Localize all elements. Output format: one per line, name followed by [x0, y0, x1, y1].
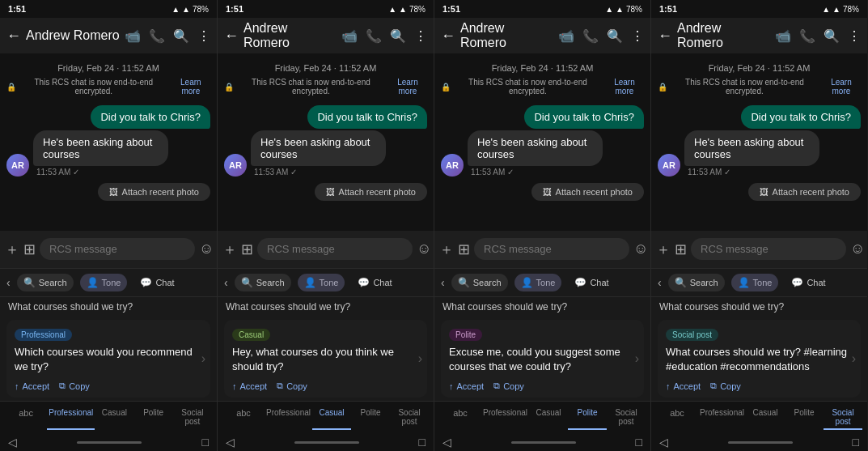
search-icon[interactable]: 🔍	[173, 28, 189, 44]
attach-photo-button[interactable]: 🖼 Attach recent photo	[98, 183, 210, 201]
video-call-icon[interactable]: 📹	[341, 28, 358, 44]
bottom-tab-professional[interactable]: Professional	[265, 406, 312, 430]
more-options-icon[interactable]: ⋮	[197, 28, 210, 44]
ai-back-button[interactable]: ‹	[658, 276, 662, 289]
copy-button[interactable]: ⧉ Copy	[493, 381, 524, 391]
home-indicator[interactable]	[294, 441, 359, 444]
search-icon[interactable]: 🔍	[824, 28, 840, 44]
add-icon[interactable]: ＋	[222, 240, 237, 259]
back-button[interactable]: ←	[658, 28, 672, 45]
accept-button[interactable]: ↑ Accept	[449, 381, 484, 391]
ai-back-button[interactable]: ‹	[224, 276, 228, 289]
ai-chat-tab[interactable]: 💬 Chat	[133, 274, 180, 291]
ai-back-button[interactable]: ‹	[441, 276, 445, 289]
accept-button[interactable]: ↑ Accept	[232, 381, 267, 391]
back-button[interactable]: ←	[224, 28, 239, 45]
nav-back-icon[interactable]: ◁	[659, 436, 668, 449]
nav-back-icon[interactable]: ◁	[226, 436, 235, 449]
search-icon[interactable]: 🔍	[390, 28, 406, 44]
attach-photo-button[interactable]: 🖼 Attach recent photo	[531, 183, 644, 201]
ai-search-tab[interactable]: 🔍 Search	[451, 274, 508, 291]
nav-back-icon[interactable]: ◁	[442, 436, 451, 449]
bottom-tab-abc[interactable]: abc	[5, 406, 47, 430]
back-button[interactable]: ←	[6, 28, 21, 45]
more-options-icon[interactable]: ⋮	[631, 28, 644, 44]
more-options-icon[interactable]: ⋮	[848, 28, 861, 44]
emoji-icon[interactable]: ☺	[850, 240, 865, 257]
back-button[interactable]: ←	[441, 28, 455, 45]
camera-icon[interactable]: ⊞	[675, 240, 687, 258]
bottom-tab-abc[interactable]: abc	[222, 406, 265, 430]
bottom-tab-abc[interactable]: abc	[656, 406, 698, 430]
learn-more-link[interactable]: Learn more	[822, 78, 861, 96]
copy-button[interactable]: ⧉ Copy	[710, 381, 741, 391]
emoji-icon[interactable]: ☺	[199, 240, 214, 257]
bottom-tab-polite[interactable]: Polite	[351, 406, 390, 430]
bottom-tab-polite[interactable]: Polite	[785, 406, 824, 430]
nav-back-icon[interactable]: ◁	[8, 436, 17, 449]
phone-call-icon[interactable]: 📞	[799, 28, 815, 44]
video-call-icon[interactable]: 📹	[125, 28, 141, 44]
message-input[interactable]	[40, 238, 195, 260]
emoji-icon[interactable]: ☺	[633, 240, 648, 257]
home-indicator[interactable]	[728, 441, 793, 444]
search-icon[interactable]: 🔍	[607, 28, 623, 44]
bottom-tab-casual[interactable]: Casual	[312, 406, 351, 430]
camera-icon[interactable]: ⊞	[23, 240, 36, 258]
bottom-tab-abc[interactable]: abc	[439, 406, 481, 430]
bottom-tab-social-post[interactable]: Social post	[824, 406, 862, 430]
ai-tone-tab[interactable]: 👤 Tone	[731, 274, 779, 291]
accept-button[interactable]: ↑ Accept	[15, 381, 49, 391]
phone-call-icon[interactable]: 📞	[149, 28, 165, 44]
bottom-tab-casual[interactable]: Casual	[746, 406, 785, 430]
ai-search-tab[interactable]: 🔍 Search	[235, 274, 291, 291]
camera-icon[interactable]: ⊞	[458, 240, 470, 258]
learn-more-link[interactable]: Learn more	[605, 78, 644, 96]
emoji-icon[interactable]: ☺	[417, 240, 431, 257]
more-options-icon[interactable]: ⋮	[414, 28, 427, 44]
message-input[interactable]	[257, 238, 413, 260]
home-indicator[interactable]	[77, 441, 142, 444]
copy-button[interactable]: ⧉ Copy	[277, 381, 307, 391]
add-icon[interactable]: ＋	[5, 240, 19, 259]
attach-photo-button[interactable]: 🖼 Attach recent photo	[748, 183, 861, 201]
ai-tone-tab[interactable]: 👤 Tone	[514, 274, 562, 291]
bottom-tab-professional[interactable]: Professional	[47, 406, 95, 430]
ai-chat-tab[interactable]: 💬 Chat	[568, 274, 615, 291]
accept-button[interactable]: ↑ Accept	[666, 381, 701, 391]
ai-search-tab[interactable]: 🔍 Search	[668, 274, 725, 291]
learn-more-link[interactable]: Learn more	[388, 78, 427, 96]
phone-call-icon[interactable]: 📞	[366, 28, 382, 44]
bottom-tab-professional[interactable]: Professional	[481, 406, 529, 430]
nav-recents-icon[interactable]: □	[636, 436, 642, 449]
camera-icon[interactable]: ⊞	[241, 240, 253, 258]
bottom-tab-polite[interactable]: Polite	[134, 406, 173, 430]
attach-photo-button[interactable]: 🖼 Attach recent photo	[315, 183, 427, 201]
learn-more-link[interactable]: Learn more	[171, 78, 210, 96]
nav-recents-icon[interactable]: □	[419, 436, 426, 449]
nav-recents-icon[interactable]: □	[202, 436, 209, 449]
bottom-tab-casual[interactable]: Casual	[95, 406, 133, 430]
bottom-tab-social-post[interactable]: Social post	[607, 406, 646, 430]
ai-back-button[interactable]: ‹	[6, 276, 11, 289]
add-icon[interactable]: ＋	[656, 240, 671, 259]
ai-chat-tab[interactable]: 💬 Chat	[785, 274, 832, 291]
ai-chat-tab[interactable]: 💬 Chat	[351, 274, 398, 291]
message-input[interactable]	[691, 238, 846, 260]
add-icon[interactable]: ＋	[439, 240, 454, 259]
home-indicator[interactable]	[511, 441, 576, 444]
video-call-icon[interactable]: 📹	[558, 28, 574, 44]
video-call-icon[interactable]: 📹	[775, 28, 791, 44]
ai-search-tab[interactable]: 🔍 Search	[17, 274, 74, 291]
bottom-tab-polite[interactable]: Polite	[568, 406, 607, 430]
copy-button[interactable]: ⧉ Copy	[59, 381, 90, 391]
ai-tone-tab[interactable]: 👤 Tone	[298, 274, 345, 291]
nav-recents-icon[interactable]: □	[853, 436, 859, 449]
bottom-tab-casual[interactable]: Casual	[529, 406, 568, 430]
bottom-tab-social-post[interactable]: Social post	[173, 406, 212, 430]
bottom-tab-professional[interactable]: Professional	[698, 406, 746, 430]
phone-call-icon[interactable]: 📞	[582, 28, 599, 44]
bottom-tab-social-post[interactable]: Social post	[390, 406, 429, 430]
ai-tone-tab[interactable]: 👤 Tone	[80, 274, 128, 291]
message-input[interactable]	[474, 238, 629, 260]
